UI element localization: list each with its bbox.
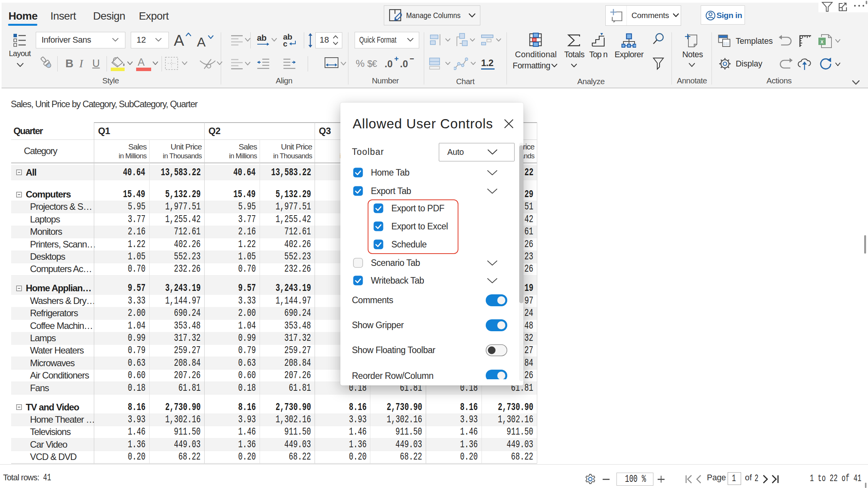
svg-text:x: x bbox=[821, 38, 824, 45]
